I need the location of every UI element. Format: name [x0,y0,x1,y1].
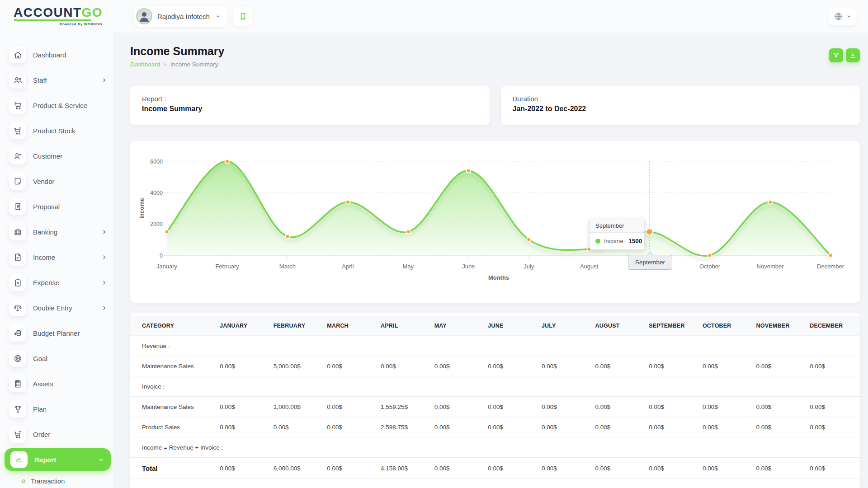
row-value: 0.00$ [699,356,753,376]
avatar [136,8,152,24]
column-header: JUNE [484,316,538,336]
sidebar-subitem-label: Transaction [31,478,65,485]
sidebar-item-icon-box [9,400,26,418]
summary-cards: Report : Income Summary Duration : Jan-2… [130,86,860,125]
row-value: 1,000.00$ [270,397,324,417]
home-icon [13,50,23,60]
table-row: Maintenance Sales0.00$1,000.00$0.00$1,55… [130,397,860,417]
chevron-right-icon [101,254,108,261]
app-logo[interactable]: ACCOUNTGO Powered By WORKDO [14,6,102,26]
topbar: ACCOUNTGO Powered By WORKDO Rajodiya Inf… [0,0,868,33]
svg-text:$: $ [14,331,16,335]
svg-text:June: June [462,263,475,270]
sidebar: Dashboard Staff Product & Service Produc… [0,33,113,488]
chevron-right-icon [101,77,108,84]
table-row: Total0.00$6,000.00$0.00$4,158.00$0.00$0.… [130,458,860,479]
row-value: 5,000.00$ [270,356,324,376]
breadcrumb-link-dashboard[interactable]: Dashboard [130,61,160,68]
sidebar-item-plan[interactable]: Plan [0,396,113,422]
filter-icon [832,52,840,59]
column-header: MAY [431,316,485,336]
company-selector[interactable]: Rajodiya Infotech [134,6,227,27]
globe-icon [834,12,843,21]
sidebar-item-label: Vendor [33,178,55,185]
data-point-marker [225,160,229,164]
row-value: 0.00$ [323,397,377,417]
axis-tooltip-label: September [635,259,665,266]
row-value: 0.00$ [753,417,807,437]
row-value: 0.00$ [699,417,753,437]
sidebar-item-dashboard[interactable]: Dashboard [0,42,113,67]
receipt-icon [13,202,23,211]
income-table-card: CATEGORYJANUARYFEBRUARYMARCHAPRILMAYJUNE… [130,313,860,488]
row-value: 0.00$ [806,356,860,376]
note-icon [13,177,23,186]
sidebar-item-banking[interactable]: Banking [0,219,113,244]
table-row: Product Sales0.00$0.00$0.00$2,598.75$0.0… [130,417,860,437]
svg-text:4000: 4000 [150,190,163,196]
sidebar-item-label: Assets [33,380,53,388]
sidebar-item-goal[interactable]: Goal [0,346,113,371]
sidebar-item-expense[interactable]: $ Expense [0,270,113,295]
row-value: 0.00$ [484,356,538,376]
sidebar-item-proposal[interactable]: Proposal [0,194,113,219]
sidebar-item-budget-planner[interactable]: $ Budget Planner [0,320,113,346]
bookmark-button[interactable] [233,7,253,26]
file-invoice-icon [13,253,23,262]
row-value: 0.00$ [592,397,646,417]
calculator-icon [13,379,23,389]
column-header: JANUARY [216,316,270,336]
chart-line-icon [14,455,24,465]
breadcrumb-current: Income Summary [170,61,218,68]
sidebar-nav: Dashboard Staff Product & Service Produc… [0,42,113,488]
tooltip-title: September [590,219,644,233]
row-value: 0.00$ [431,458,485,479]
chart-tooltip: September Income: 1500 [590,219,645,250]
svg-text:October: October [699,263,721,270]
sidebar-item-label: Proposal [33,203,60,211]
sidebar-item-double-entry[interactable]: Double Entry [0,295,113,320]
sidebar-item-customer[interactable]: Customer [0,143,113,169]
logo-powered-by: Powered By WORKDO [14,22,102,26]
column-header: AUGUST [592,316,646,336]
sidebar-item-icon-box [9,173,26,190]
tooltip-value: 1500 [628,238,642,244]
row-value: 0.00$ [753,397,807,417]
income-area-chart: 0200040006000JanuaryFebruaryMarchAprilMa… [130,141,860,303]
logo-text: ACCOUNTGO [14,6,102,19]
sidebar-subitem-transaction[interactable]: Transaction [0,472,113,488]
page-head: Income Summary Dashboard › Income Summar… [130,44,860,68]
sidebar-item-income[interactable]: Income [0,244,113,270]
svg-text:6000: 6000 [150,159,163,165]
row-value: 0.00$ [592,417,646,437]
svg-text:February: February [215,263,239,270]
svg-text:May: May [403,263,414,270]
column-header: NOVEMBER [753,316,807,336]
report-card: Report : Income Summary [130,86,490,125]
sidebar-item-label: Banking [33,228,57,236]
data-point-marker [346,200,350,204]
sidebar-item-assets[interactable]: Assets [0,371,113,396]
row-value: 0.00$ [431,397,485,417]
sidebar-item-icon-box [9,122,26,139]
data-point-marker [467,169,471,173]
sidebar-item-label: Double Entry [33,304,72,312]
sidebar-item-label: Budget Planner [33,329,80,337]
sidebar-item-report[interactable]: Report [5,448,111,471]
sidebar-item-product-service[interactable]: Product & Service [0,93,113,118]
sidebar-item-icon-box: $ [9,324,26,342]
download-button[interactable] [846,48,860,62]
sidebar-item-staff[interactable]: Staff [0,67,113,93]
sidebar-item-icon-box [9,223,26,240]
sidebar-item-icon-box [9,97,26,114]
report-card-label: Report : [142,95,478,103]
duration-card: Duration : Jan-2022 to Dec-2022 [501,86,860,125]
sidebar-item-vendor[interactable]: Vendor [0,169,113,194]
data-point-marker [285,235,289,239]
filter-button[interactable] [829,48,843,62]
language-selector[interactable] [829,8,857,25]
svg-text:November: November [757,263,784,270]
column-header: JULY [538,316,592,336]
sidebar-item-product-stock[interactable]: Product Stock [0,118,113,143]
sidebar-item-order[interactable]: Order [0,422,113,447]
